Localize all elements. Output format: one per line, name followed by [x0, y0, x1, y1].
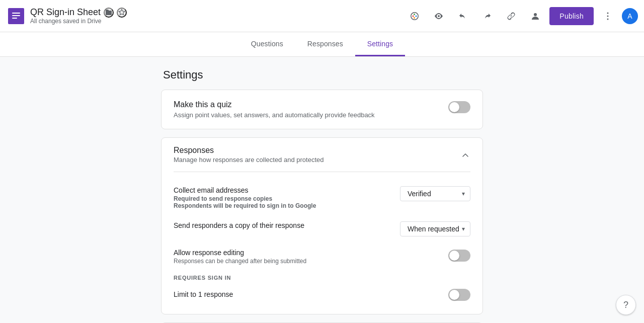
allow-editing-toggle[interactable]	[448, 250, 470, 262]
responses-header-label: Responses	[174, 146, 324, 155]
tabs-bar: Questions Responses Settings	[0, 32, 644, 57]
svg-point-6	[416, 15, 417, 17]
help-button[interactable]: ?	[616, 295, 636, 315]
send-responders-left: Send responders a copy of their response	[174, 221, 400, 230]
svg-rect-3	[12, 18, 17, 19]
svg-point-9	[607, 15, 609, 17]
allow-editing-left: Allow response editing Responses can be …	[174, 249, 448, 265]
move-to-folder-button[interactable]	[104, 8, 114, 18]
star-button[interactable]	[117, 8, 127, 18]
preview-button[interactable]	[429, 6, 449, 26]
responses-header-text: Responses Manage how responses are colle…	[174, 146, 324, 164]
svg-rect-1	[12, 13, 20, 14]
tab-responses[interactable]: Responses	[295, 32, 355, 56]
main-content: Settings Make this a quiz Assign point v…	[0, 56, 644, 323]
limit-response-row: Limit to 1 response	[174, 283, 470, 306]
allow-editing-toggle-thumb	[449, 251, 459, 261]
tab-questions[interactable]: Questions	[239, 32, 295, 56]
customize-theme-button[interactable]	[405, 6, 425, 26]
allow-editing-desc: Responses can be changed after being sub…	[174, 258, 440, 265]
responses-section-body: Collect email addresses Required to send…	[162, 172, 482, 314]
collect-email-left: Collect email addresses Required to send…	[174, 186, 400, 209]
undo-button[interactable]	[453, 6, 473, 26]
limit-response-toggle-thumb	[449, 290, 459, 300]
make-quiz-desc: Assign point values, set answers, and au…	[174, 111, 440, 119]
make-quiz-card: Make this a quiz Assign point values, se…	[161, 90, 483, 129]
title-row: QR Sign-in Sheet	[30, 7, 127, 18]
top-bar-right: Publish A	[405, 6, 638, 26]
limit-response-label: Limit to 1 response	[174, 290, 233, 298]
make-quiz-toggle-track	[448, 101, 470, 113]
save-status: All changes saved in Drive	[30, 18, 127, 25]
user-avatar[interactable]: A	[622, 8, 638, 24]
svg-rect-2	[12, 15, 20, 16]
copy-link-button[interactable]	[501, 6, 521, 26]
tab-settings[interactable]: Settings	[355, 32, 405, 56]
top-bar-left: QR Sign-in Sheet All changes saved in Dr…	[6, 6, 405, 26]
title-section: QR Sign-in Sheet All changes saved in Dr…	[30, 7, 127, 25]
responses-section-header[interactable]: Responses Manage how responses are colle…	[162, 138, 482, 172]
make-quiz-label: Make this a quiz	[174, 100, 440, 109]
svg-point-7	[414, 17, 415, 19]
send-responders-label: Send responders a copy of their response	[174, 221, 392, 229]
make-quiz-toggle[interactable]	[448, 101, 470, 113]
form-app-icon	[6, 6, 26, 26]
svg-point-10	[607, 18, 609, 20]
allow-editing-row: Allow response editing Responses can be …	[174, 243, 470, 271]
collaborate-button[interactable]	[525, 6, 545, 26]
responses-chevron-up-icon	[460, 150, 470, 160]
publish-button[interactable]: Publish	[549, 7, 594, 25]
settings-panel: Settings Make this a quiz Assign point v…	[161, 68, 483, 323]
svg-point-8	[607, 12, 609, 14]
make-quiz-text: Make this a quiz Assign point values, se…	[174, 100, 448, 119]
document-title: QR Sign-in Sheet	[30, 7, 101, 18]
more-options-button[interactable]	[598, 6, 618, 26]
collect-email-label: Collect email addresses	[174, 186, 392, 194]
collect-email-desc: Required to send response copies Respond…	[174, 195, 392, 209]
responses-divider	[174, 172, 470, 172]
collect-email-dropdown[interactable]: Verified ▾	[400, 186, 470, 201]
responses-header-desc: Manage how responses are collected and p…	[174, 156, 324, 164]
requires-sign-in-label: REQUIRES SIGN IN	[174, 271, 470, 283]
svg-point-4	[413, 15, 414, 17]
allow-editing-label: Allow response editing	[174, 249, 440, 257]
responses-card: Responses Manage how responses are colle…	[161, 137, 483, 314]
limit-response-toggle-track	[448, 289, 470, 301]
send-responders-dropdown[interactable]: When requested ▾	[400, 221, 470, 236]
make-quiz-toggle-thumb	[449, 102, 459, 112]
collect-email-dropdown-arrow-icon: ▾	[462, 190, 465, 197]
send-responders-row: Send responders a copy of their response…	[174, 215, 470, 243]
svg-point-5	[414, 14, 415, 15]
send-responders-dropdown-arrow-icon: ▾	[462, 225, 465, 232]
allow-editing-toggle-track	[448, 250, 470, 262]
tabs-inner: Questions Responses Settings	[239, 32, 405, 56]
limit-response-toggle[interactable]	[448, 289, 470, 301]
redo-button[interactable]	[477, 6, 497, 26]
make-quiz-row: Make this a quiz Assign point values, se…	[162, 90, 482, 129]
collect-email-row: Collect email addresses Required to send…	[174, 180, 470, 215]
top-bar: QR Sign-in Sheet All changes saved in Dr…	[0, 0, 644, 32]
settings-title: Settings	[161, 68, 483, 82]
